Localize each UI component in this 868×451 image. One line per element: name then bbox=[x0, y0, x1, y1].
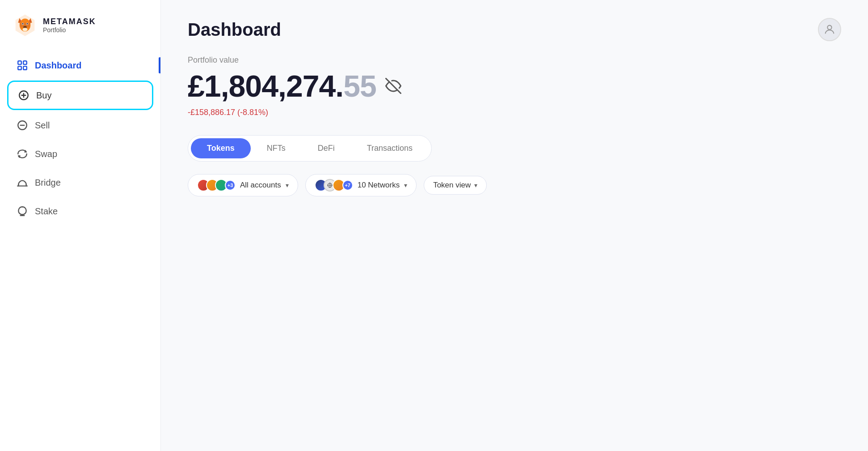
svg-point-10 bbox=[22, 23, 24, 25]
user-avatar[interactable] bbox=[818, 18, 841, 41]
tab-tokens[interactable]: Tokens bbox=[191, 138, 251, 158]
swap-label: Swap bbox=[35, 149, 57, 159]
portfolio-value-main: £1,804,274.55 bbox=[188, 68, 376, 103]
sell-label: Sell bbox=[35, 120, 50, 131]
sidebar-item-sell[interactable]: Sell bbox=[7, 112, 153, 139]
tab-transactions[interactable]: Transactions bbox=[351, 138, 429, 158]
stake-label: Stake bbox=[35, 206, 58, 217]
sell-icon bbox=[16, 119, 29, 132]
svg-point-12 bbox=[22, 28, 27, 31]
logo-area: METAMASK Portfolio bbox=[0, 0, 160, 52]
portfolio-value-integer: £1,804,274. bbox=[188, 69, 343, 103]
filter-row: +3 All accounts ▾ +7 10 Networks ▾ bbox=[188, 174, 841, 196]
sidebar-item-buy[interactable]: Buy bbox=[7, 81, 153, 110]
content-tabs: Tokens NFTs DeFi Transactions bbox=[188, 135, 432, 162]
tab-nfts[interactable]: NFTs bbox=[251, 138, 302, 158]
dashboard-label: Dashboard bbox=[35, 60, 81, 71]
accounts-chevron-icon: ▾ bbox=[286, 182, 289, 189]
main-content: Dashboard Portfolio value £1,804,274.55 … bbox=[161, 0, 868, 451]
accounts-filter-label: All accounts bbox=[240, 181, 281, 190]
logo-text: METAMASK Portfolio bbox=[43, 17, 96, 34]
accounts-filter-button[interactable]: +3 All accounts ▾ bbox=[188, 174, 298, 196]
accounts-overflow-badge: +3 bbox=[225, 180, 236, 191]
svg-rect-14 bbox=[23, 61, 27, 64]
swap-icon bbox=[16, 148, 29, 160]
portfolio-value-row: £1,804,274.55 bbox=[188, 68, 841, 103]
token-view-chevron-icon: ▾ bbox=[474, 182, 477, 189]
svg-rect-15 bbox=[18, 66, 21, 70]
token-view-button[interactable]: Token view ▾ bbox=[424, 176, 487, 195]
hide-balance-button[interactable] bbox=[385, 78, 401, 94]
buy-icon bbox=[17, 89, 30, 102]
portfolio-change: -£158,886.17 (-8.81%) bbox=[188, 108, 841, 117]
svg-rect-13 bbox=[18, 61, 21, 64]
sidebar-navigation: Dashboard Buy Sell bbox=[0, 52, 160, 225]
sidebar-item-stake[interactable]: Stake bbox=[7, 198, 153, 225]
accounts-avatar-stack: +3 bbox=[197, 179, 236, 191]
sidebar-item-bridge[interactable]: Bridge bbox=[7, 169, 153, 196]
token-view-label: Token view bbox=[433, 181, 471, 190]
portfolio-value-decimal: 55 bbox=[343, 69, 376, 103]
page-title: Dashboard bbox=[188, 20, 281, 40]
buy-label: Buy bbox=[36, 90, 51, 101]
dashboard-icon bbox=[16, 59, 29, 72]
svg-point-11 bbox=[27, 23, 28, 25]
sidebar: METAMASK Portfolio Dashboard bbox=[0, 0, 161, 451]
sidebar-item-swap[interactable]: Swap bbox=[7, 140, 153, 167]
bridge-icon bbox=[16, 176, 29, 189]
networks-chevron-icon: ▾ bbox=[404, 182, 407, 189]
tab-defi[interactable]: DeFi bbox=[302, 138, 351, 158]
app-name: METAMASK bbox=[43, 17, 96, 26]
svg-point-25 bbox=[827, 26, 831, 30]
metamask-fox-icon bbox=[13, 13, 38, 38]
bridge-label: Bridge bbox=[35, 178, 61, 188]
networks-avatar-stack: +7 bbox=[315, 179, 353, 191]
app-subname: Portfolio bbox=[43, 26, 96, 34]
header-row: Dashboard bbox=[188, 18, 841, 41]
networks-filter-button[interactable]: +7 10 Networks ▾ bbox=[305, 174, 417, 196]
sidebar-item-dashboard[interactable]: Dashboard bbox=[7, 52, 153, 79]
stake-icon bbox=[16, 205, 29, 217]
portfolio-value-label: Portfolio value bbox=[188, 55, 841, 65]
svg-rect-16 bbox=[23, 66, 27, 70]
networks-filter-label: 10 Networks bbox=[358, 181, 400, 190]
networks-overflow-badge: +7 bbox=[342, 180, 353, 191]
